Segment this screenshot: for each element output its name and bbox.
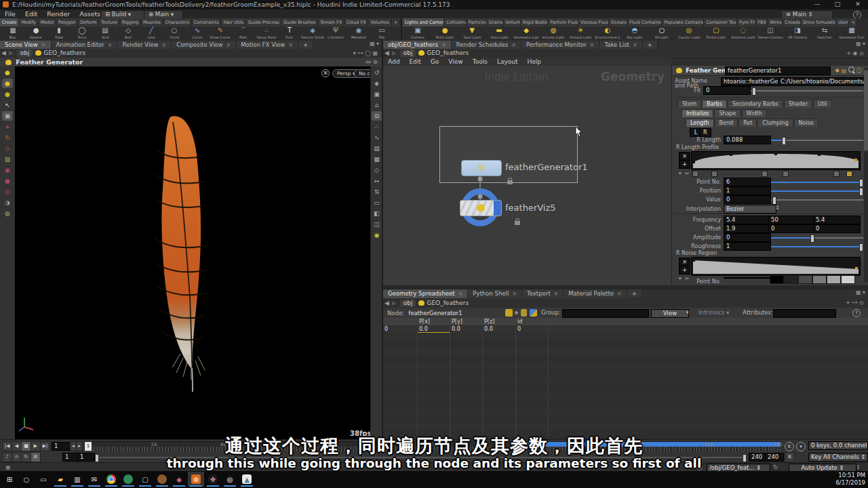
shelf-tab-volumes[interactable]: Volumes [368, 18, 391, 26]
shelf-tool-path[interactable]: ⌒Path [232, 26, 255, 41]
path-context[interactable]: obj [17, 49, 33, 57]
net-menu-help[interactable]: Help [523, 58, 547, 66]
view-pan-icon[interactable]: ◈ [372, 79, 382, 88]
sheet-back-arrow-icon[interactable]: ◀ [384, 300, 389, 306]
roughness-slider[interactable] [771, 246, 863, 247]
shelf-tool-file[interactable]: ▭File [370, 26, 393, 41]
network-canvas[interactable]: Indie Edition Geometry featherGenerator1… [383, 66, 671, 285]
sheet-tab-material-palette[interactable]: Material Palette× [564, 289, 627, 298]
color-swatch[interactable] [827, 275, 841, 284]
close-icon[interactable]: × [108, 42, 113, 48]
frequency-x-field[interactable]: 5.4 [724, 216, 771, 224]
scene-path-icons[interactable]: ▾ ⊶ ◯ ▦ [353, 49, 378, 58]
shelf-tab-guide-brushes[interactable]: Guide Brushes [281, 18, 318, 26]
close-icon[interactable]: × [226, 42, 231, 48]
node-featherviz5-label[interactable]: featherViz5 [505, 203, 556, 213]
interpolation-arrows-icon[interactable]: ⇕ [775, 205, 780, 211]
network-corner-icons[interactable]: ▦ ▾ [856, 41, 865, 47]
param-attrtab-rot[interactable]: Rot [738, 119, 757, 127]
param-subtab-width[interactable]: Width [742, 109, 767, 117]
color-swatch[interactable] [798, 275, 812, 284]
sheet-tab-geometry-spreadsheet[interactable]: Geometry Spreadsheet× [383, 289, 468, 298]
intrinsics-dropdown[interactable]: Intrinsics ▾ [698, 308, 729, 318]
snapshot-camera-icon[interactable]: ⌘ [321, 69, 330, 77]
param-tab-secondary-barbs[interactable]: Secondary Barbs [728, 100, 783, 108]
amplitude-field[interactable]: 0 [724, 233, 771, 242]
wire-mode-icon[interactable]: ◫ [372, 220, 382, 229]
shelf-tool-switcher[interactable]: ⇆Switcher [811, 26, 838, 41]
cell[interactable]: 0.0 [483, 325, 516, 333]
node-render-flag[interactable] [494, 201, 501, 216]
shelf-tool-gamepad-camera[interactable]: ▩Gamepad Camera [838, 26, 865, 41]
shelf-tool-grid[interactable]: ▤Grid [94, 26, 117, 41]
obs-app-icon[interactable]: ◎ [222, 472, 238, 487]
shelf-tool-draw-curve[interactable]: ✎Draw Curve [209, 26, 232, 41]
sheet-node-value[interactable]: featherGenerator1 [408, 310, 462, 317]
point-no-field[interactable]: 6 [724, 178, 771, 186]
ramp-point-handle[interactable] [762, 171, 768, 177]
sculpt-icon[interactable]: ● [2, 176, 13, 186]
color-swatch[interactable] [812, 275, 827, 284]
noise-ramp-add-button[interactable]: + [679, 266, 690, 274]
snap-grid-icon[interactable]: ▦ [372, 155, 382, 164]
shelf-tab-user[interactable]: User [836, 18, 849, 26]
brown-app-icon[interactable] [154, 472, 170, 487]
view-dropdown-arrow[interactable]: ▾ [686, 308, 689, 318]
shelf-tool-volume-light[interactable]: ◍Volume Light [540, 26, 567, 41]
fit-slider[interactable] [751, 90, 863, 92]
shelf-tool-sky-light[interactable]: ◓Sky Light [621, 26, 648, 41]
shelf-tab-vellum[interactable]: Vellum [503, 18, 520, 26]
close-icon[interactable]: × [511, 42, 516, 48]
chrome-icon[interactable] [103, 472, 119, 487]
close-icon[interactable]: × [617, 291, 622, 297]
close-icon[interactable]: × [441, 42, 446, 48]
shelf-tool-null[interactable]: ◇Null [117, 26, 140, 41]
close-icon[interactable]: × [633, 42, 637, 48]
ramp-point-handle[interactable] [833, 171, 840, 177]
prims-filter-icon[interactable] [521, 309, 527, 317]
search-button[interactable]: ○ [18, 472, 35, 487]
param-attrtab-noise[interactable]: Noise [794, 119, 818, 127]
shelf-tool-font[interactable]: TFont [278, 26, 301, 41]
cell[interactable]: 0 [383, 325, 418, 333]
shelf-tab-characters[interactable]: Characters [163, 18, 192, 26]
shelf-tab-hair-utils[interactable]: Hair Utils [221, 18, 245, 26]
snap-point-icon[interactable]: ◇ [372, 165, 382, 175]
spreadsheet-table[interactable]: P[x]P[y]P[z]id00.00.00.00 [383, 318, 868, 439]
shelf-tab-particles[interactable]: Particles [467, 18, 487, 26]
back-arrow-icon[interactable]: ◀ [1, 49, 6, 56]
remote-app-icon[interactable]: ▢ [137, 472, 153, 487]
shelf-tab-drive-simulation[interactable]: Drive Simulation [801, 18, 836, 26]
frequency-y-field[interactable]: 50 [768, 216, 816, 224]
houdini-icon[interactable]: ⊚ [188, 472, 204, 487]
shelf-tab-modify[interactable]: Modify [19, 18, 38, 26]
close-icon[interactable]: × [288, 42, 293, 48]
net-menu-add[interactable]: Add [383, 58, 404, 66]
shelf-tool-area-light[interactable]: ▬Area Light [486, 26, 513, 41]
ramp-add-point-button[interactable]: + [679, 160, 690, 169]
shelf-tool-curve[interactable]: ∿Curve [186, 26, 209, 41]
amplitude-slider[interactable] [771, 237, 863, 239]
shelf-tab-polygon[interactable]: Polygon [56, 18, 78, 26]
shelf-tab-lights-and-cameras[interactable]: Lights and Cameras [403, 18, 444, 26]
param-tab-shader[interactable]: Shader [784, 100, 812, 108]
color-swatch[interactable] [841, 275, 855, 284]
shelf-tool-caustic-light[interactable]: ◎Caustic Light [675, 26, 703, 41]
value-field[interactable]: 0 [724, 195, 771, 204]
close-button[interactable]: ✕ [848, 0, 868, 9]
shelf-tab-terrain-fx[interactable]: Terrain FX [318, 18, 344, 26]
sheet-tab-python-shell[interactable]: Python Shell× [468, 289, 522, 298]
point-no-slider[interactable] [771, 182, 863, 183]
shelf-tab-fbx[interactable]: FBX [755, 18, 768, 26]
shelf-tool-line[interactable]: ╱Line [140, 26, 163, 41]
param-subtab-initialize[interactable]: Initialize [682, 109, 713, 117]
shelf-tool-platonic-solids[interactable]: ◈Platonic Solids [301, 26, 324, 41]
offset-x-field[interactable]: 1.9 [724, 224, 771, 233]
shelf-tool-environment-light[interactable]: ◐Environment Light [594, 26, 621, 41]
shelf-tab-viscous-fluids[interactable]: Viscous Fluids [578, 18, 609, 26]
home-view-icon[interactable]: ⌂ [372, 100, 382, 110]
shelf-tab-fluid-containers[interactable]: Fluid Containers [627, 18, 662, 26]
param-tab-stem[interactable]: Stem [677, 100, 701, 108]
cell[interactable]: 0.0 [418, 325, 450, 333]
feather-tool-icon[interactable]: ● [2, 79, 13, 88]
